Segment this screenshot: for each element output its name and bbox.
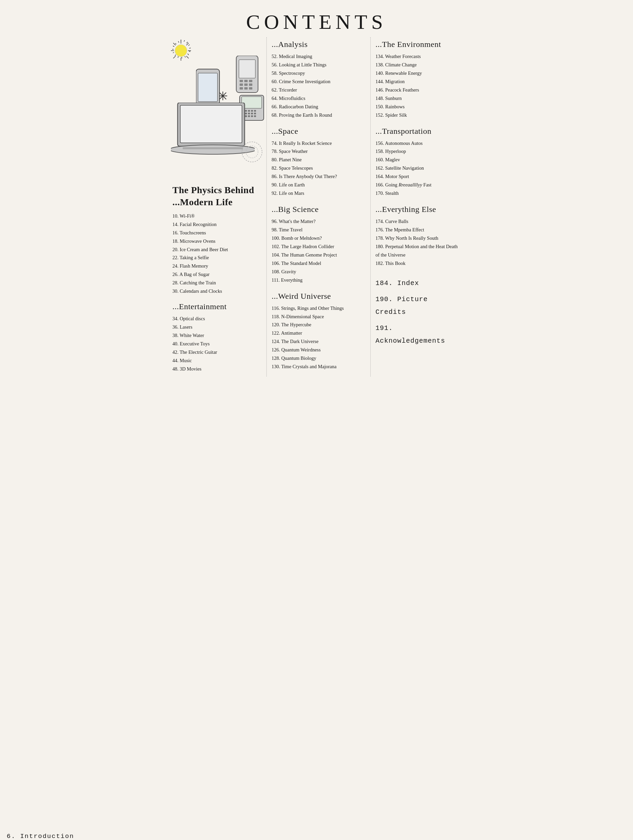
list-item: 40. Executive Toys — [173, 340, 266, 348]
list-item: 60. Crime Scene Investigation — [272, 77, 365, 86]
list-item: 122. Antimatter — [272, 329, 365, 337]
svg-rect-44 — [239, 84, 243, 86]
svg-rect-47 — [239, 87, 243, 90]
page-title: CONTENTS — [169, 7, 464, 34]
list-item: 144. Migration — [376, 77, 459, 86]
list-item: 160. Maglev — [376, 156, 459, 164]
list-item: 174. Curve Balls — [376, 217, 459, 226]
index-entry: 184. Index — [376, 277, 459, 290]
svg-line-14 — [189, 51, 191, 52]
list-item: 134. Weather Forecasts — [376, 52, 459, 61]
weird-section-title: ...Weird Universe — [272, 292, 365, 301]
space-list: 74. It Really Is Rocket Science 78. Spac… — [272, 139, 365, 198]
list-item: 150. Rainbows — [376, 103, 459, 111]
list-item: 104. The Human Genome Project — [272, 251, 365, 259]
modern-life-section-title: The Physics Behind...Modern Life — [169, 184, 266, 208]
list-item: 24. Flash Memory — [173, 262, 266, 270]
list-item: 148. Sunburn — [376, 94, 459, 103]
svg-line-18 — [178, 56, 178, 58]
svg-line-8 — [173, 56, 176, 58]
sun-illustration — [169, 39, 199, 69]
svg-point-0 — [175, 44, 187, 57]
analysis-list: 52. Medical Imaging 56. Looking at Littl… — [272, 52, 365, 119]
list-item: 162. Satellite Navigation — [376, 164, 459, 172]
entertainment-list: 34. Optical discs 36. Lasers 38. White W… — [169, 314, 266, 373]
list-item: 38. White Water — [173, 331, 266, 340]
list-item: 82. Space Telescopes — [272, 164, 365, 172]
list-item: 152. Spider Silk — [376, 111, 459, 119]
list-item: 20. Ice Cream and Beer Diet — [173, 245, 266, 254]
list-item: 124. The Dark Universe — [272, 337, 365, 346]
list-item: 128. Quantum Biology — [272, 354, 365, 363]
transport-list: 156. Autonomous Autos 158. Hyperloop 160… — [376, 139, 459, 198]
list-item: 78. Space Weather — [272, 147, 365, 156]
svg-line-11 — [187, 42, 187, 43]
list-item: 42. The Electric Guitar — [173, 348, 266, 357]
svg-line-19 — [175, 55, 176, 56]
svg-rect-46 — [249, 84, 252, 86]
svg-line-20 — [173, 52, 174, 53]
list-item: 34. Optical discs — [173, 314, 266, 323]
list-item: 74. It Really Is Rocket Science — [272, 139, 365, 148]
list-item: 180. Perpetual Motion and the Heat Death… — [376, 242, 459, 259]
list-item: 158. Hyperloop — [376, 147, 459, 156]
svg-rect-43 — [249, 80, 252, 82]
list-item: 36. Lasers — [173, 323, 266, 331]
list-item: 116. Strings, Rings and Other Things — [272, 304, 365, 313]
list-item: 126. Quantum Weirdness — [272, 346, 365, 354]
svg-line-15 — [187, 54, 189, 55]
list-item: 22. Taking a Selfie — [173, 254, 266, 262]
list-item: 111. Everything — [272, 276, 365, 284]
list-item: 120. The Hypercube — [272, 321, 365, 329]
svg-rect-51 — [198, 73, 217, 102]
environment-list: 134. Weather Forecasts 138. Climate Chan… — [376, 52, 459, 119]
list-item: 176. The Mpemba Effect — [376, 226, 459, 234]
list-item: 108. Gravity — [272, 268, 365, 276]
list-item: 90. Life on Earth — [272, 181, 365, 189]
svg-line-6 — [186, 56, 189, 58]
list-item: 140. Renewable Energy — [376, 69, 459, 77]
svg-line-10 — [184, 40, 185, 41]
everything-else-section-title: ...Everything Else — [376, 205, 459, 214]
svg-rect-49 — [249, 87, 252, 90]
list-item: 92. Life on Mars — [272, 189, 365, 197]
list-item: 146. Peacock Feathers — [376, 86, 459, 94]
everything-else-list: 174. Curve Balls 176. The Mpemba Effect … — [376, 217, 459, 268]
list-item: 156. Autonomous Autos — [376, 139, 459, 148]
right-panel: ...The Environment 134. Weather Forecast… — [371, 37, 464, 377]
bigscience-list: 96. What's the Matter? 98. Time Travel 1… — [272, 217, 365, 284]
list-item: 14. Facial Recognition — [173, 220, 266, 229]
modern-life-list: 10. Wi-Fi® 14. Facial Recognition 16. To… — [169, 212, 266, 295]
svg-rect-45 — [244, 84, 248, 86]
list-item: 166. Going Rreeaallllyy Fast — [376, 181, 459, 189]
list-item: 52. Medical Imaging — [272, 52, 365, 61]
list-item: 106. The Standard Model — [272, 259, 365, 268]
list-item: 86. Is There Anybody Out There? — [272, 172, 365, 181]
environment-section-title: ...The Environment — [376, 40, 459, 49]
list-item: 10. Wi-Fi® — [173, 212, 266, 220]
list-item: 102. The Large Hadron Collider — [272, 242, 365, 251]
svg-line-7 — [186, 43, 189, 45]
list-item: 64. Microfluidics — [272, 94, 365, 103]
svg-line-22 — [173, 46, 174, 47]
svg-rect-41 — [239, 80, 243, 82]
weird-list: 116. Strings, Rings and Other Things 118… — [272, 304, 365, 371]
list-item: 28. Catching the Train — [173, 279, 266, 287]
space-section-title: ...Space — [272, 127, 365, 136]
list-item: 16. Touchscreens — [173, 229, 266, 237]
list-item: 68. Proving the Earth Is Round — [272, 111, 365, 119]
list-item: 66. Radiocarbon Dating — [272, 103, 365, 111]
list-item: 44. Music — [173, 357, 266, 365]
list-item: 138. Climate Change — [376, 61, 459, 69]
list-item: 178. Why North Is Really South — [376, 234, 459, 242]
svg-point-74 — [242, 142, 262, 162]
svg-line-24 — [178, 41, 179, 43]
illustration-area: 6. Introduction The Physics Behind...Mod… — [169, 37, 266, 377]
list-item: 182. This Book — [376, 259, 459, 268]
svg-point-75 — [246, 146, 258, 158]
svg-rect-48 — [244, 87, 248, 90]
svg-rect-71 — [180, 105, 242, 143]
list-item: 170. Stealth — [376, 189, 459, 197]
bigscience-section-title: ...Big Science — [272, 205, 365, 214]
list-item: 100. Bomb or Meltdown? — [272, 234, 365, 242]
